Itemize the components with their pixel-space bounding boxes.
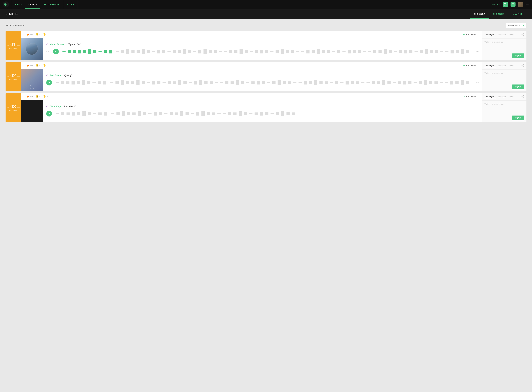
svg-rect-31 (198, 50, 201, 53)
svg-rect-117 (204, 81, 208, 84)
svg-rect-154 (398, 81, 401, 84)
top-navigation: BEATS CHARTS BATTLEGROUND STORE UPLOAD ·… (0, 0, 532, 9)
svg-rect-98 (103, 81, 106, 84)
tab-this-week[interactable]: THIS WEEK (470, 9, 489, 19)
share-icon-2[interactable] (522, 64, 524, 68)
waveform-2[interactable] (54, 79, 472, 86)
svg-point-170 (523, 66, 524, 67)
svg-rect-70 (399, 50, 402, 53)
waveform-1[interactable] (61, 48, 472, 55)
critique-tabs-3: CRITIQUE CONTACT INFO (482, 93, 527, 101)
svg-rect-166 (461, 80, 464, 85)
meh-stat-1: 😐 5 (36, 33, 40, 36)
svg-rect-180 (93, 113, 96, 114)
waveform-3[interactable] (54, 110, 479, 117)
svg-rect-134 (293, 82, 296, 83)
svg-rect-22 (152, 51, 155, 52)
svg-rect-40 (245, 50, 248, 53)
critiques-count-1[interactable]: 12 CRITIQUES (463, 33, 476, 36)
tab-critique-1[interactable]: CRITIQUE (485, 33, 496, 37)
svg-rect-95 (87, 81, 90, 84)
critique-body-2[interactable]: Write your critique here (482, 70, 527, 83)
svg-rect-42 (255, 50, 258, 53)
fire-count-2: 113 (30, 64, 33, 66)
svg-rect-187 (132, 112, 136, 115)
svg-rect-145 (351, 81, 354, 84)
critique-body-3[interactable]: Write your critique here (482, 101, 527, 114)
app-logo[interactable] (3, 1, 9, 8)
artist-name-2[interactable]: Jedi Jordan (50, 74, 62, 77)
svg-rect-41 (250, 51, 253, 52)
svg-line-222 (522, 97, 523, 97)
svg-rect-104 (136, 80, 140, 85)
svg-rect-30 (193, 51, 196, 52)
svg-rect-183 (111, 113, 114, 114)
svg-rect-33 (209, 50, 212, 53)
tab-critique-2[interactable]: CRITIQUE (485, 64, 496, 68)
send-button-1[interactable]: SEND (512, 53, 524, 58)
svg-rect-55 (322, 50, 325, 53)
user-avatar[interactable] (518, 2, 523, 7)
svg-rect-28 (183, 49, 186, 54)
svg-rect-100 (115, 81, 119, 84)
tab-info-2[interactable]: INFO (508, 64, 515, 68)
svg-rect-74 (420, 50, 423, 53)
share-icon-1[interactable] (522, 33, 524, 37)
tab-contact-2[interactable]: CONTACT (496, 64, 508, 68)
artist-name-3[interactable]: Chris Keys (50, 105, 61, 108)
more-options-button[interactable]: ··· (526, 3, 529, 6)
svg-rect-138 (314, 80, 317, 85)
svg-rect-149 (372, 81, 375, 84)
critique-tabs-2: CRITIQUE CONTACT INFO (482, 62, 527, 70)
svg-rect-146 (356, 81, 359, 84)
critique-panel-1: CRITIQUE CONTACT INFO Write your critiqu… (482, 31, 527, 60)
tab-contact-3[interactable]: CONTACT (496, 95, 508, 99)
rank-badge-1: ❧ 01 THIS WEEK ↩ (5, 31, 21, 60)
play-button-2[interactable]: ▶ (46, 80, 52, 85)
nav-store[interactable]: STORE (64, 0, 77, 9)
svg-rect-106 (147, 82, 150, 83)
svg-rect-83 (466, 50, 469, 53)
tab-all-time[interactable]: ALL TIME (509, 9, 527, 19)
nav-charts[interactable]: CHARTS (25, 0, 40, 9)
music-icon-button[interactable] (511, 2, 516, 7)
send-button-3[interactable]: SEND (512, 116, 524, 120)
messages-icon-button[interactable] (503, 2, 508, 7)
svg-rect-89 (56, 82, 59, 83)
track-main-1: ✿ Mister Schwartz "Spaced Out" 0:25 ⏸ (21, 38, 482, 60)
share-icon-3[interactable] (522, 95, 524, 99)
svg-rect-94 (82, 80, 85, 85)
svg-point-168 (523, 64, 524, 65)
svg-rect-21 (147, 50, 150, 53)
svg-rect-190 (148, 113, 152, 114)
upload-button[interactable]: UPLOAD (492, 4, 500, 5)
track-name-2: "Qwerty" (64, 74, 72, 77)
critiques-count-3[interactable]: 3 CRITIQUES (464, 95, 476, 98)
svg-rect-141 (330, 82, 333, 83)
svg-rect-194 (170, 112, 173, 115)
svg-rect-182 (104, 112, 107, 116)
fire-stat-2: 🔥 113 (26, 64, 33, 67)
svg-rect-53 (312, 50, 315, 53)
archive-dropdown[interactable]: Weekly archives ▾ (506, 23, 527, 28)
tab-this-month[interactable]: THIS MONTH (489, 9, 509, 19)
svg-rect-11 (93, 50, 96, 53)
critiques-count-2[interactable]: 26 CRITIQUES (463, 64, 476, 67)
tab-critique-3[interactable]: CRITIQUE (485, 95, 496, 99)
artist-name-1[interactable]: Mister Schwartz (50, 43, 67, 46)
play-button-3[interactable]: ▶ (46, 111, 52, 117)
laurel-left-icon: ❧ (7, 44, 9, 47)
rank-number-3: 03 (10, 104, 16, 109)
svg-rect-184 (117, 112, 120, 115)
send-button-2[interactable]: SEND (512, 84, 524, 89)
svg-rect-147 (361, 82, 364, 83)
svg-rect-131 (278, 80, 281, 85)
critique-body-1[interactable]: Write your critique here (482, 38, 527, 52)
tab-info-1[interactable]: INFO (508, 33, 515, 37)
track-name-3: "Sour Masch" (63, 105, 76, 108)
nav-battleground[interactable]: BATTLEGROUND (40, 0, 64, 9)
tab-info-3[interactable]: INFO (508, 95, 515, 99)
pause-button-1[interactable]: ⏸ (53, 49, 59, 54)
nav-beats[interactable]: BEATS (12, 0, 25, 9)
tab-contact-1[interactable]: CONTACT (496, 33, 508, 37)
